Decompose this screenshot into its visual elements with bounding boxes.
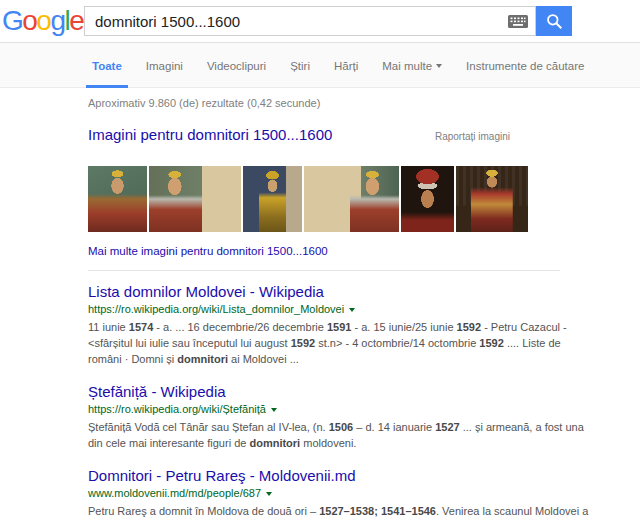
images-for-query-link[interactable]: Imagini pentru domnitori 1500...1600 [88, 126, 332, 143]
result-title-link[interactable]: Ștefăniță - Wikipedia [88, 383, 226, 400]
search-header: Google [0, 0, 640, 43]
magnifier-icon [546, 13, 563, 30]
results-area: Aproximativ 9.860 (de) rezultate (0,42 s… [0, 97, 640, 520]
result-url-row: https://ro.wikipedia.org/wiki/Lista_domn… [88, 303, 593, 316]
more-images-link[interactable]: Mai multe imagini pentru domnitori 1500.… [88, 245, 328, 257]
result-snippet: 11 iunie 1574 - a. ... 16 decembrie/26 d… [88, 319, 593, 367]
result-url-row: www.moldovenii.md/md/people/687 [88, 487, 593, 500]
logo-letter: g [50, 5, 64, 36]
image-thumbnail[interactable] [88, 166, 147, 232]
google-logo[interactable]: Google [2, 5, 83, 37]
search-result: Ștefăniță - Wikipedia https://ro.wikiped… [88, 383, 593, 451]
images-block-header: Imagini pentru domnitori 1500...1600 Rap… [88, 126, 510, 143]
result-options-arrow-icon[interactable] [266, 492, 272, 496]
result-type-tabbar: Toate Imagini Videoclipuri Știri Hărți M… [0, 43, 640, 88]
logo-letter: e [69, 5, 83, 36]
result-snippet: Petru Rareş a domnit în Moldova de două … [88, 503, 593, 520]
chevron-down-icon [436, 64, 442, 68]
search-result: Domnitori - Petru Rareş - Moldovenii.md … [88, 467, 593, 520]
tab-toate[interactable]: Toate [89, 46, 125, 86]
tab-imagini[interactable]: Imagini [143, 46, 186, 86]
logo-letter: o [22, 5, 36, 36]
result-url: https://ro.wikipedia.org/wiki/Lista_domn… [88, 303, 344, 316]
image-thumbnail[interactable] [243, 166, 302, 232]
result-options-arrow-icon[interactable] [271, 408, 277, 412]
result-url: www.moldovenii.md/md/people/687 [88, 487, 261, 500]
logo-letter: o [36, 5, 50, 36]
result-url: https://ro.wikipedia.org/wiki/Ștefăniță [88, 403, 266, 416]
logo-letter: G [2, 5, 22, 36]
tab-mai-multe[interactable]: Mai multe [379, 46, 445, 86]
result-snippet: Ștefăniță Vodă cel Tânăr sau Ștefan al I… [88, 419, 593, 451]
result-title-link[interactable]: Domnitori - Petru Rareş - Moldovenii.md [88, 467, 356, 484]
search-box [84, 6, 536, 36]
image-thumbnail[interactable] [456, 166, 528, 232]
tab-instrumente-cautare[interactable]: Instrumente de căutare [463, 46, 587, 86]
result-title-link[interactable]: Lista domnilor Moldovei - Wikipedia [88, 283, 324, 300]
image-thumbnail[interactable] [401, 166, 454, 232]
organic-results: Lista domnilor Moldovei - Wikipedia http… [88, 283, 640, 520]
section-divider [88, 270, 560, 271]
image-thumbnail[interactable] [304, 166, 399, 232]
tab-stiri[interactable]: Știri [287, 46, 313, 86]
keyboard-icon[interactable] [505, 11, 531, 31]
result-options-arrow-icon[interactable] [349, 308, 355, 312]
search-button[interactable] [536, 6, 572, 36]
search-input[interactable] [85, 7, 505, 35]
result-stats: Aproximativ 9.860 (de) rezultate (0,42 s… [88, 97, 640, 109]
result-url-row: https://ro.wikipedia.org/wiki/Ștefăniță [88, 403, 593, 416]
image-thumbnail-strip [88, 166, 640, 232]
report-images-link[interactable]: Raportați imagini [435, 131, 510, 142]
image-thumbnail[interactable] [149, 166, 241, 232]
tab-videoclipuri[interactable]: Videoclipuri [204, 46, 269, 86]
tab-harti[interactable]: Hărți [331, 46, 361, 86]
search-result: Lista domnilor Moldovei - Wikipedia http… [88, 283, 593, 367]
